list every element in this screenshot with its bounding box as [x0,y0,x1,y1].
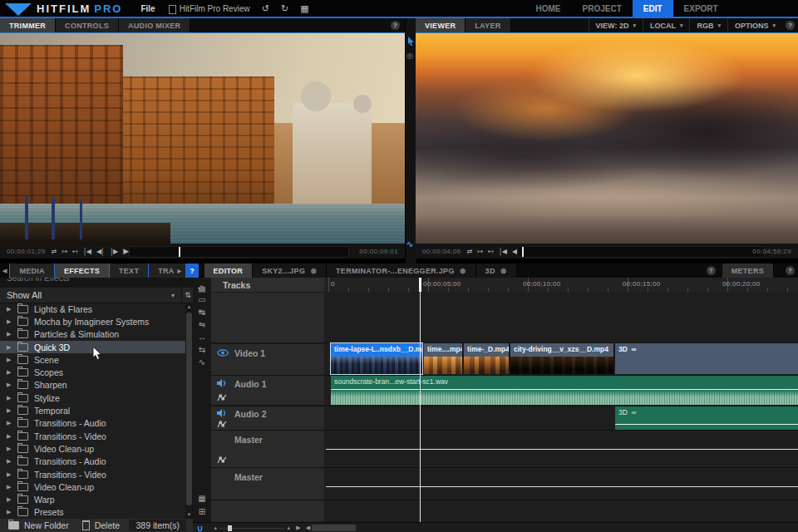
tab-meters[interactable]: METERS [722,264,774,278]
file-menu[interactable]: File [140,4,155,13]
tab-text[interactable]: TEXT [110,264,149,278]
automation-icon[interactable] [217,420,227,429]
local-dropdown[interactable]: LOCAL▾ [643,18,690,32]
list-item[interactable]: ▶Video Clean-up [0,442,185,455]
tab-edit[interactable]: EDIT [633,0,673,17]
clip-video-3d-composite[interactable]: 3D ∞ [615,343,798,374]
automation-icon[interactable] [217,456,227,465]
track-header-audio2[interactable]: Audio 2 [211,406,324,431]
track-visibility-icon[interactable] [217,349,229,357]
list-item[interactable]: ▶Scopes [0,366,185,378]
range-select-tool-icon[interactable]: ▭ [193,293,211,306]
step-back-icon[interactable]: ◀│ [96,248,104,255]
close-icon[interactable]: ⊗ [500,267,507,275]
search-input[interactable] [5,278,175,283]
tab-effects[interactable]: EFFECTS [55,264,110,278]
slide-tool-icon[interactable]: ⇋ [193,318,211,331]
redo-icon[interactable]: ↻ [281,3,288,14]
zoom-slider-handle[interactable] [228,525,232,531]
tab-controls[interactable]: CONTROLS [56,18,119,32]
help-icon[interactable]: ? [786,21,795,30]
clip-audio-soundscrate[interactable]: soundscrate-bran...ew-start-sc1.wav [331,376,798,405]
delete-button[interactable]: Delete [95,520,120,530]
tab-3d[interactable]: 3D⊗ [476,264,517,278]
help-icon[interactable]: ? [186,264,200,278]
timeline-ruler[interactable]: 0 00;00;05;00 00;00;10;00 00;00;15;00 00… [324,278,798,293]
loop-playback-icon[interactable]: ⇄ [467,248,472,255]
effects-filter-dropdown[interactable]: Show All ▾ [0,288,181,303]
list-item[interactable]: ▶Mocha by Imagineer Systems [0,315,185,328]
viewer-preview-image[interactable] [416,32,798,244]
view-mode-dropdown[interactable]: VIEW: 2D▾ [589,18,643,32]
help-icon[interactable]: ? [786,266,795,275]
clip-video-city-driving[interactable]: city-driving__v_xzs__D.mp4 [510,343,614,374]
scrollbar-thumb[interactable] [186,313,192,505]
scroll-left-icon[interactable]: ◀ [306,525,310,531]
clip-video-time3[interactable]: time-_D.mp4 [464,343,510,374]
close-icon[interactable]: ⊗ [310,267,317,275]
h-scrollbar-thumb[interactable] [312,525,356,531]
loop-playback-icon[interactable]: ⇄ [52,248,57,255]
help-icon[interactable]: ? [707,266,716,275]
list-item[interactable]: ▶Warp [0,493,185,505]
step-forward-icon[interactable]: │▶ [110,248,117,255]
track-header-master2[interactable]: Master [211,468,324,500]
prev-frame-icon[interactable]: │◀ [83,248,91,255]
trimmer-playhead[interactable] [179,247,180,257]
tab-trimmer[interactable]: TRIMMER [0,18,56,32]
viewer-playhead[interactable] [522,247,524,257]
play-icon[interactable]: ▶ [123,247,128,255]
goto-out-icon[interactable]: ↦ [62,248,66,255]
help-icon[interactable]: ? [391,21,400,30]
zoom-out-icon[interactable]: ▲ [213,525,218,530]
curve-tool-icon[interactable]: ∿ [193,356,211,368]
track-mute-icon[interactable] [217,409,227,417]
playhead-line[interactable] [420,292,421,522]
prev-frame-icon[interactable]: │◀ [499,248,506,255]
list-item[interactable]: ▶Sharpen [0,379,185,392]
tab-sky2-jpg[interactable]: SKY2...JPG⊗ [253,264,327,278]
film-frame-icon[interactable]: ▦ [193,492,211,505]
list-item[interactable]: ▶Transitions - Video [0,430,185,442]
viewer-seekbar[interactable] [517,246,765,258]
list-item[interactable]: ▶Transitions - Audio [0,456,185,468]
options-dropdown[interactable]: OPTIONS▾ [727,18,782,32]
scroll-right-icon[interactable]: ▶ [296,525,300,531]
tab-layer[interactable]: LAYER [466,18,510,32]
list-item[interactable]: ▶Stylize [0,392,185,404]
close-icon[interactable]: ⊗ [460,267,466,275]
list-item[interactable]: ▶Lights & Flares [0,303,185,315]
layout-grid-icon[interactable]: ▦ [300,3,308,14]
film-span-icon[interactable]: ⊞ [193,505,211,518]
trimmer-preview-image[interactable] [0,32,405,244]
undo-icon[interactable]: ↺ [262,3,269,14]
track-header-audio1[interactable]: Audio 1 [211,376,324,406]
channel-dropdown[interactable]: RGB▾ [689,18,727,32]
tab-transitions-truncated[interactable]: TRA▶ [149,264,185,278]
list-item[interactable]: ▶Transitions - Video [0,468,185,480]
curve-editor-icon[interactable]: ∿ [406,239,413,249]
zoom-in-icon[interactable]: ▲ [286,525,291,530]
goto-in-icon[interactable]: ↤ [488,248,493,255]
tab-home[interactable]: HOME [525,0,572,17]
tab-terminator-jpg[interactable]: TERMINATOR-...ENEGGER.JPG⊗ [327,264,476,278]
master2-volume-line[interactable] [326,486,798,487]
automation-icon[interactable] [217,393,227,402]
track-mute-icon[interactable] [217,379,227,387]
list-item[interactable]: ▶Presets [0,506,185,519]
select-cursor-icon[interactable] [407,37,415,46]
sort-az-icon[interactable]: ⇅ [181,288,194,303]
clip-audio-3d[interactable]: 3D ∞ [615,406,798,430]
goto-in-icon[interactable]: ↤ [72,248,77,255]
effects-search-box[interactable] [0,278,193,288]
list-item[interactable]: ▶Video Clean-up [0,480,185,493]
orbit-icon[interactable]: ◎ [406,52,413,60]
list-item[interactable]: ▶Transitions - Audio [0,417,185,430]
tab-scroll-left-icon[interactable]: ◀ [0,268,9,274]
hand-tool-icon[interactable] [193,281,211,293]
trimmer-seekbar[interactable] [129,246,349,258]
snap-magnet-icon[interactable]: ∪ [197,524,203,532]
track-header-master1[interactable]: Master [211,431,324,468]
clip-video-time2[interactable]: time....mp4 [424,343,463,374]
master1-volume-line[interactable] [326,449,798,450]
